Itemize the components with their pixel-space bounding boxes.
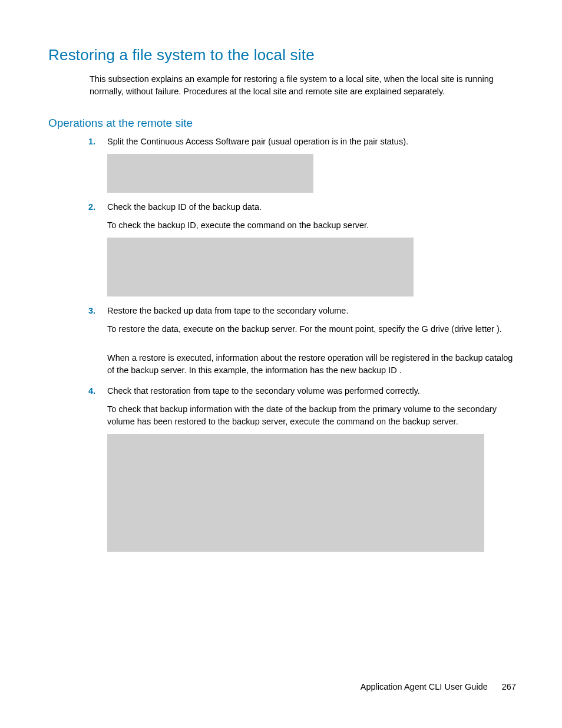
text-segment: When a restore is executed, information … — [107, 353, 513, 375]
code-block — [107, 154, 313, 193]
steps-list: 1. Split the Continuous Access Software … — [48, 136, 516, 552]
text-segment: on the backup server. For the mount poin… — [216, 324, 497, 334]
section-heading: Restoring a file system to the local sit… — [48, 46, 516, 64]
step-para: To check that backup information with th… — [107, 403, 516, 428]
step-item: 1. Split the Continuous Access Software … — [48, 136, 516, 193]
step-body: Restore the backed up data from tape to … — [107, 305, 516, 377]
step-lead: Restore the backed up data from tape to … — [107, 305, 516, 317]
step-body: Split the Continuous Access Software pai… — [107, 136, 516, 193]
step-para: To restore the data, execute on the back… — [107, 323, 516, 335]
footer-title: Application Agent CLI User Guide — [361, 682, 488, 691]
text-segment: command on the backup server. — [336, 417, 458, 426]
step-lead: Check the backup ID of the backup data. — [107, 201, 516, 213]
code-block — [107, 238, 414, 297]
step-body: Check that restoration from tape to the … — [107, 385, 516, 552]
text-segment: command on the backup server. — [247, 220, 369, 230]
step-item: 3. Restore the backed up data from tape … — [48, 305, 516, 377]
code-block — [107, 434, 484, 552]
page-container: Restoring a file system to the local sit… — [0, 0, 562, 728]
text-segment: . — [399, 365, 402, 375]
step-item: 4. Check that restoration from tape to t… — [48, 385, 516, 552]
step-lead: Split the Continuous Access Software pai… — [107, 136, 516, 148]
step-para: To check the backup ID, execute the comm… — [107, 219, 516, 232]
text-segment: ). — [497, 324, 502, 334]
page-footer: Application Agent CLI User Guide 267 — [361, 682, 516, 691]
text-segment: To check the backup ID, execute the — [107, 220, 247, 230]
step-number: 1. — [88, 136, 95, 148]
step-number: 2. — [88, 201, 95, 213]
step-number: 4. — [88, 385, 95, 397]
step-para: When a restore is executed, information … — [107, 352, 516, 377]
step-number: 3. — [88, 305, 95, 317]
page-number: 267 — [502, 682, 516, 691]
step-item: 2. Check the backup ID of the backup dat… — [48, 201, 516, 297]
step-lead: Check that restoration from tape to the … — [107, 385, 516, 397]
text-segment: To restore the data, execute — [107, 324, 216, 334]
subsection-heading: Operations at the remote site — [48, 117, 516, 130]
step-body: Check the backup ID of the backup data. … — [107, 201, 516, 297]
section-intro: This subsection explains an example for … — [90, 73, 516, 98]
